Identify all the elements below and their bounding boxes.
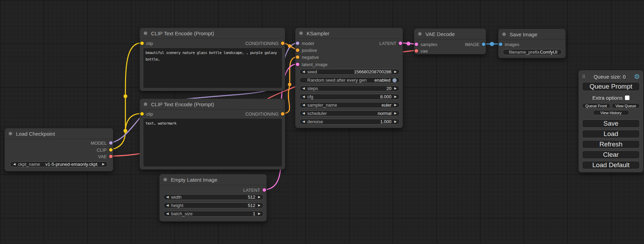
widget-label: batch_size: [171, 211, 193, 216]
widget-value: normal: [378, 111, 391, 116]
collapse-dot[interactable]: [144, 31, 147, 35]
decrement-arrow-icon[interactable]: ◀: [302, 112, 305, 115]
prompt-text-field[interactable]: text, watermark: [143, 119, 282, 166]
sampler-name-widget[interactable]: ◀ sampler_name euler ▶: [299, 102, 400, 108]
batch-size-widget[interactable]: ◀ batch_size 1 ▶: [163, 211, 264, 217]
input-port-row: latent_image: [295, 62, 403, 67]
link-midpoint-dot[interactable]: [124, 129, 127, 133]
increment-arrow-icon[interactable]: ▶: [394, 120, 397, 123]
input-port-dot-vae[interactable]: [415, 49, 418, 53]
extra-options-label: Extra options: [592, 95, 623, 101]
clear-button[interactable]: Clear: [582, 151, 640, 159]
widget-value: 156680208700286: [354, 69, 391, 74]
output-port-dot-conditioning[interactable]: [281, 112, 284, 116]
output-port-dot-clip[interactable]: [109, 148, 113, 152]
view-history-button[interactable]: View History: [593, 110, 629, 115]
node-load-checkpoint[interactable]: Load Checkpoint MODEL CLIP VAE ◀ ckpt_na…: [5, 128, 113, 171]
drag-handle-icon[interactable]: ⠿: [582, 74, 585, 79]
output-port-dot-conditioning[interactable]: [281, 42, 284, 45]
increment-arrow-icon[interactable]: ▶: [394, 112, 397, 115]
scheduler-widget[interactable]: ◀ scheduler normal ▶: [299, 110, 400, 116]
node-clip-text-encode-positive[interactable]: CLIP Text Encode (Prompt) clip CONDITION…: [140, 28, 285, 91]
increment-arrow-icon[interactable]: ▶: [102, 163, 105, 166]
link-midpoint-dot[interactable]: [288, 83, 291, 86]
node-graph-canvas[interactable]: Load Checkpoint MODEL CLIP VAE ◀ ckpt_na…: [0, 0, 644, 244]
input-port-dot-images[interactable]: [499, 43, 502, 46]
decrement-arrow-icon[interactable]: ◀: [166, 204, 169, 207]
input-port-dot-positive[interactable]: [296, 48, 299, 52]
increment-arrow-icon[interactable]: ▶: [394, 87, 397, 90]
queue-prompt-button[interactable]: Queue Prompt: [582, 82, 640, 91]
node-empty-latent-image[interactable]: Empty Latent Image LATENT ◀ width 512 ▶ …: [159, 174, 267, 222]
prompt-text-field[interactable]: beautiful scenery nature glass bottle la…: [143, 48, 282, 88]
load-button[interactable]: Load: [582, 130, 640, 138]
collapse-dot[interactable]: [418, 32, 422, 36]
increment-arrow-icon[interactable]: ▶: [394, 70, 397, 73]
extra-options-checkbox[interactable]: [625, 96, 629, 100]
refresh-button[interactable]: Refresh: [582, 140, 640, 148]
widget-value: 1: [253, 211, 255, 216]
increment-arrow-icon[interactable]: ▶: [258, 212, 261, 215]
seed-widget[interactable]: ◀ seed 156680208700286 ▶: [299, 69, 400, 75]
save-button[interactable]: Save: [582, 119, 640, 128]
output-port-dot-latent[interactable]: [263, 188, 266, 192]
cfg-widget[interactable]: ◀ cfg 8.000 ▶: [299, 94, 400, 100]
node-vae-decode[interactable]: VAE Decode samples IMAGE vae: [414, 28, 486, 54]
node-ksampler[interactable]: KSampler model LATENT positive negative …: [295, 28, 403, 128]
decrement-arrow-icon[interactable]: ◀: [302, 87, 305, 90]
input-port-dot-latent-image[interactable]: [296, 63, 299, 66]
ckpt-name-widget[interactable]: ◀ ckpt_name v1-5-pruned-emaonly.ckpt ▶: [10, 161, 108, 167]
decrement-arrow-icon[interactable]: ◀: [302, 95, 305, 98]
queue-panel: ⠿ Queue size: 0 ⚙ Queue Prompt Extra opt…: [579, 70, 643, 172]
view-queue-button[interactable]: View Queue: [612, 103, 640, 108]
link-midpoint-dot[interactable]: [288, 44, 291, 48]
output-port-dot-image[interactable]: [482, 43, 485, 46]
height-widget[interactable]: ◀ height 512 ▶: [163, 202, 264, 208]
link-midpoint-dot[interactable]: [490, 42, 494, 46]
widget-label: sampler_name: [307, 102, 337, 108]
increment-arrow-icon[interactable]: ▶: [394, 103, 397, 107]
output-port-dot-model[interactable]: [109, 141, 113, 145]
output-port-dot-vae[interactable]: [109, 155, 113, 158]
link-midpoint-dot[interactable]: [124, 94, 127, 98]
enabled-toggle[interactable]: [392, 78, 397, 82]
node-title: KSampler: [307, 30, 329, 36]
increment-arrow-icon[interactable]: ▶: [394, 95, 397, 98]
collapse-dot[interactable]: [502, 33, 506, 36]
widget-label: width: [171, 195, 182, 200]
decrement-arrow-icon[interactable]: ◀: [302, 103, 305, 107]
decrement-arrow-icon[interactable]: ◀: [13, 163, 16, 166]
filename-prefix-widget[interactable]: filename_prefix ComfyUI: [503, 49, 562, 55]
collapse-dot[interactable]: [299, 31, 303, 35]
output-port-dot-latent[interactable]: [399, 42, 402, 45]
decrement-arrow-icon[interactable]: ◀: [302, 70, 305, 73]
node-title: Empty Latent Image: [171, 177, 217, 183]
link-midpoint-dot[interactable]: [407, 42, 411, 46]
increment-arrow-icon[interactable]: ▶: [258, 204, 261, 207]
input-port-label: latent_image: [302, 62, 327, 67]
node-title-bar: KSampler: [295, 28, 403, 39]
denoise-widget[interactable]: ◀ denoise 1.000 ▶: [299, 119, 400, 125]
output-port-row: CONDITIONING: [140, 40, 285, 46]
node-save-image[interactable]: Save Image images filename_prefix ComfyU…: [498, 29, 566, 58]
widget-value: 512: [248, 195, 255, 200]
collapse-dot[interactable]: [164, 178, 167, 181]
node-title-bar: VAE Decode: [414, 29, 486, 39]
collapse-dot[interactable]: [9, 132, 12, 135]
gear-icon[interactable]: ⚙: [634, 73, 640, 80]
node-clip-text-encode-negative[interactable]: CLIP Text Encode (Prompt) clip CONDITION…: [140, 99, 285, 170]
collapse-dot[interactable]: [144, 102, 147, 106]
width-widget[interactable]: ◀ width 512 ▶: [163, 194, 264, 200]
increment-arrow-icon[interactable]: ▶: [258, 196, 261, 199]
steps-widget[interactable]: ◀ steps 20 ▶: [299, 85, 400, 91]
load-default-button[interactable]: Load Default: [582, 161, 640, 169]
queue-front-button[interactable]: Queue Front: [582, 103, 610, 108]
view-history-row: View History: [582, 110, 640, 115]
input-port-dot-negative[interactable]: [296, 55, 299, 59]
decrement-arrow-icon[interactable]: ◀: [166, 196, 169, 199]
decrement-arrow-icon[interactable]: ◀: [302, 120, 305, 123]
random-seed-widget[interactable]: Random seed after every gen enabled: [299, 77, 400, 83]
decrement-arrow-icon[interactable]: ◀: [166, 212, 169, 215]
queue-small-buttons-row: Queue Front View Queue: [582, 103, 640, 108]
output-port-row: IMAGE: [414, 42, 486, 47]
